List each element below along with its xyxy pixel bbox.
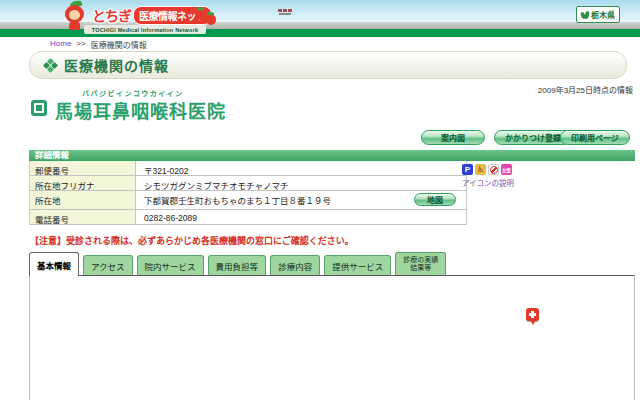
postal-code-value: 〒321-0202 [136, 161, 466, 175]
breadcrumb-separator: >> [76, 39, 85, 50]
hospital-bullet-icon [31, 100, 47, 116]
table-row: 所在地フリガナ シモツガグンミブマチオモチャノマチ [30, 176, 466, 191]
pref-leaf-icon [581, 11, 589, 19]
phone-value: 0282-86-2089 [136, 210, 466, 224]
tab-treatment-results-line1: 診療の実績 [403, 256, 438, 264]
pref-badge-label: 栃木県 [591, 9, 615, 20]
table-row: 電話番号 0282-86-2089 [30, 210, 466, 225]
table-row: 郵便番号 〒321-0202 [30, 161, 466, 176]
phone-label: 電話番号 [30, 210, 136, 224]
site-subtitle: TOCHIGI Medical Information Network [92, 27, 199, 33]
site-subtitle-band: TOCHIGI Medical Information Network [84, 25, 206, 34]
tab-in-hospital-services[interactable]: 院内サービス [137, 255, 204, 276]
strawberries-icon [196, 7, 218, 27]
hospital-map-pin-tail [530, 320, 536, 325]
wheelchair-icon: ♿ [475, 164, 486, 175]
icon-legend-link[interactable]: アイコンの説明 [462, 177, 514, 188]
parking-icon: P [462, 164, 473, 175]
notice-text: 【注意】受診される際は、必ずあらかじめ各医療機関の窓口にご確認ください。 [30, 234, 354, 247]
tab-treatment-content[interactable]: 診療内容 [270, 255, 320, 276]
mini-banner-icon [276, 7, 293, 17]
breadcrumb-home-link[interactable]: Home [50, 39, 71, 50]
address-label: 所在地 [30, 191, 136, 209]
breadcrumb: Home >> 医療機関の情報 [50, 39, 147, 50]
hospital-name: 馬場耳鼻咽喉科医院 [55, 97, 226, 123]
postal-code-label: 郵便番号 [30, 161, 136, 175]
tab-treatment-results-line2: 結果等 [410, 264, 431, 272]
tab-costs[interactable]: 費用負担等 [208, 255, 267, 276]
tochigi-pref-link[interactable]: 栃木県 [576, 6, 620, 23]
address-furigana-value: シモツガグンミブマチオモチャノマチ [136, 176, 466, 190]
tab-bar: 基本情報 アクセス 院内サービス 費用負担等 診療内容 提供サービス 診療の実績… [29, 252, 446, 276]
address-furigana-label: 所在地フリガナ [30, 176, 136, 190]
tab-provided-services[interactable]: 提供サービス [324, 255, 391, 276]
details-header: 詳細情報 [29, 150, 635, 161]
site-title-part1: とちぎ [92, 5, 131, 25]
female-doctor-icon: 女医 [501, 164, 512, 175]
section-header: 医療機関の情報 [29, 51, 627, 79]
print-page-button[interactable]: 印刷用ページ [560, 130, 630, 145]
table-row: 所在地 下都賀郡壬生町おもちゃのまち１丁目８番１９号 地図 [30, 191, 466, 210]
breadcrumb-current: 医療機関の情報 [91, 39, 147, 50]
facility-icons: P ♿ 女医 [462, 164, 512, 175]
details-table: 郵便番号 〒321-0202 所在地フリガナ シモツガグンミブマチオモチャノマチ… [29, 161, 467, 225]
site-logo[interactable]: とちぎ 医療情報ネット [92, 6, 212, 24]
as-of-date: 2009年3月25日時点の情報 [538, 84, 633, 95]
tab-panel [29, 275, 635, 400]
map-button[interactable]: 地図 [414, 193, 456, 206]
tab-access[interactable]: アクセス [83, 255, 133, 276]
page: とちぎ 医療情報ネット TOCHIGI Medical Information … [0, 0, 640, 400]
section-title: 医療機関の情報 [64, 55, 169, 75]
tab-treatment-results[interactable]: 診療の実績 結果等 [395, 252, 446, 276]
guide-map-button[interactable]: 案内図 [421, 130, 485, 145]
tab-basic-info[interactable]: 基本情報 [29, 252, 79, 276]
no-smoking-icon [488, 164, 499, 175]
clover-icon [44, 59, 57, 72]
